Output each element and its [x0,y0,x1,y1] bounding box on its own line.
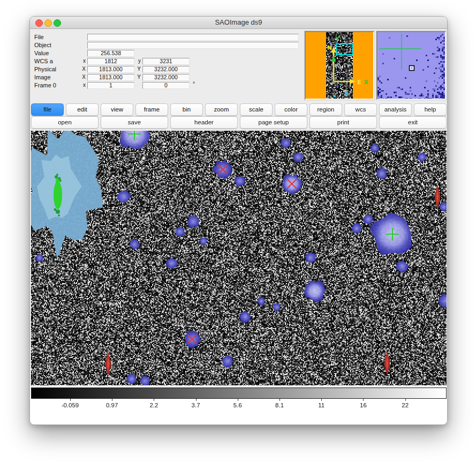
image-display[interactable] [31,131,447,385]
titlebar[interactable]: SAOImage ds9 [30,17,447,29]
menu-page-setup[interactable]: page setup [240,116,307,129]
file-label: File [34,34,44,40]
physical-y-box: 3232.000 [142,66,190,73]
menu-save[interactable]: save [101,116,168,129]
physical-label: Physical [34,66,56,72]
object-label: Object [34,42,51,48]
image-x-sublabel: X [78,74,86,80]
image-y-sublabel: Y [133,74,141,80]
colorbar-tick [196,399,197,401]
colorbar-tick [238,399,238,401]
physical-x-sublabel: X [78,66,86,72]
window-title: SAOImage ds9 [30,17,447,28]
wcs-x-sublabel: x [78,58,86,64]
magnifier-panel [376,31,446,100]
menu-wcs[interactable]: wcs [344,103,377,116]
colorbar-tick [405,399,406,401]
menu-row-file-actions: opensaveheaderpage setupprintexit [31,116,447,128]
wcs-y-sublabel: y [133,58,141,64]
physical-y-sublabel: Y [133,66,141,72]
physical-x-box: 1813.000 [87,66,134,73]
colorbar-tick [279,399,280,401]
degree-suffix: ° [193,81,195,87]
wcs-y-box: 3231 [142,58,190,65]
menu-view[interactable]: view [101,103,133,116]
image-label: Image [34,74,51,80]
menu-analysis[interactable]: analysis [379,103,412,116]
app-window: SAOImage ds9 File Object Value 256.538 W… [29,16,448,425]
desktop: SAOImage ds9 File Object Value 256.538 W… [0,0,476,462]
file-value-box [87,34,299,41]
colorbar-tick [70,399,71,401]
menu-file[interactable]: file [31,103,64,116]
frame-zoom-sublabel: x [78,82,86,88]
menu-region[interactable]: region [309,103,342,116]
object-value-box [87,42,299,49]
colorbar-tick-label: -0.059 [62,402,79,408]
colorbar-ticks: -0.0590.972.23.75.68.1111622 [31,385,447,424]
frame-rotate-box: 0 [142,82,190,89]
menu-exit[interactable]: exit [379,116,447,129]
colorbar-tick-label: 3.7 [192,402,200,408]
wcs-x-box: 1812 [87,58,134,65]
colorbar-tick-label: 16 [360,402,367,408]
menu-scale[interactable]: scale [240,103,273,116]
colorbar-tick-label: 5.6 [233,402,242,408]
value-label: Value [34,50,49,56]
menu-color[interactable]: color [275,103,307,116]
frame-zoom-box: 1 [87,82,134,89]
menu-header[interactable]: header [170,116,238,129]
menu-frame[interactable]: frame [135,103,168,116]
panner-canvas[interactable] [306,32,373,99]
colorbar-panel: -0.0590.972.23.75.68.1111622 [30,385,447,424]
colorbar-tick-label: 22 [402,402,409,408]
colorbar-tick-label: 8.1 [275,402,284,408]
menu-edit[interactable]: edit [66,103,99,116]
colorbar-tick-label: 11 [318,402,324,408]
menu-zoom[interactable]: zoom [205,103,238,116]
colorbar-tick [154,399,154,401]
colorbar-tick [321,399,322,401]
colorbar-tick [112,399,112,401]
image-y-box: 3232.000 [142,74,190,81]
wcs-label: WCS a [34,58,53,64]
menu-open[interactable]: open [31,116,99,129]
frame-label: Frame 0 [34,82,56,88]
menu-row-primary: fileeditviewframebinzoomscalecolorregion… [31,103,447,115]
menu-print[interactable]: print [309,116,377,129]
pixel-value-box: 256.538 [87,50,134,57]
colorbar-tick-label: 0.97 [106,402,118,408]
colorbar-tick [363,399,364,401]
image-x-box: 1813.000 [87,74,134,81]
menu-bin[interactable]: bin [170,103,203,116]
menu-help[interactable]: help [414,103,447,116]
magnifier-canvas [377,32,445,99]
panner-panel[interactable] [305,31,374,100]
colorbar-tick-label: 2.2 [149,402,158,408]
